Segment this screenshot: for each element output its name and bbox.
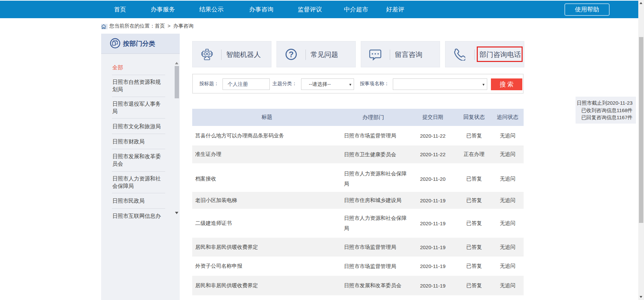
svg-text:?: ? bbox=[289, 49, 294, 59]
